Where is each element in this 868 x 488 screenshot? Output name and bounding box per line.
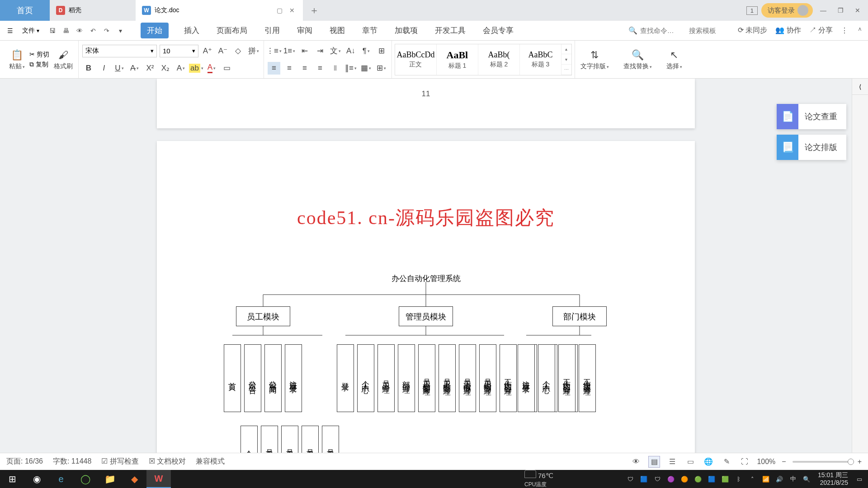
search-tpl-input[interactable] bbox=[689, 27, 730, 34]
sync-button[interactable]: ⟳ 未同步 bbox=[738, 26, 767, 35]
chevron-up-icon[interactable]: ˄ bbox=[747, 474, 757, 484]
annotate-icon[interactable]: ✎ bbox=[721, 456, 732, 468]
tab-icon[interactable]: ¶ bbox=[360, 45, 373, 57]
tray-icon[interactable]: 🟦 bbox=[639, 474, 649, 484]
new-tab-button[interactable]: ＋ bbox=[303, 4, 326, 17]
ribbon-tab[interactable]: 引用 bbox=[263, 23, 282, 38]
bluetooth-icon[interactable]: ᛒ bbox=[734, 474, 744, 484]
maximize-icon[interactable]: ❐ bbox=[834, 4, 847, 17]
tray-icon[interactable]: 🟣 bbox=[666, 474, 676, 484]
zoom-slider[interactable] bbox=[793, 461, 851, 463]
tray-icon[interactable]: 🛡 bbox=[652, 474, 662, 484]
superscript-button[interactable]: X² bbox=[144, 62, 156, 75]
tray-icon[interactable]: 🟩 bbox=[720, 474, 730, 484]
numbering-icon[interactable]: 1≡ bbox=[283, 45, 296, 57]
wps-icon[interactable]: W bbox=[146, 470, 171, 488]
size-select[interactable]: 10▾ bbox=[160, 45, 198, 57]
strike-button[interactable]: A̶ bbox=[128, 62, 141, 75]
tab-dk[interactable]: D 稻壳 bbox=[50, 0, 136, 21]
paste-button[interactable]: 📋粘贴 bbox=[7, 49, 27, 70]
search-cmd-input[interactable] bbox=[640, 27, 681, 34]
style-item[interactable]: AaBbC标题 3 bbox=[520, 44, 561, 75]
clear-format-icon[interactable]: ◇ bbox=[232, 45, 245, 57]
view-page-icon[interactable]: ▤ bbox=[648, 456, 660, 468]
print-icon[interactable]: 🖶 bbox=[61, 26, 71, 36]
qa-more-icon[interactable]: ▾ bbox=[115, 26, 125, 36]
text-layout-button[interactable]: ⇅文字排版 bbox=[579, 49, 611, 70]
shrink-font-icon[interactable]: A⁻ bbox=[217, 45, 229, 57]
ribbon-tab[interactable]: 插入 bbox=[182, 23, 201, 38]
border-button[interactable]: ⊞ bbox=[375, 62, 388, 75]
style-more-icon[interactable]: ⋯ bbox=[561, 65, 571, 75]
coop-button[interactable]: 👥 协作 bbox=[775, 26, 801, 35]
collapse-panel-icon[interactable]: ⟨ bbox=[852, 79, 868, 95]
app-icon[interactable]: ◆ bbox=[122, 470, 146, 488]
asian-layout-icon[interactable]: 文 bbox=[329, 45, 342, 57]
ie-icon[interactable]: e bbox=[49, 470, 73, 488]
bullets-icon[interactable]: ⋮≡ bbox=[268, 45, 280, 57]
eye-icon[interactable]: 👁 bbox=[630, 456, 642, 468]
tab-popout-icon[interactable]: ▢ bbox=[275, 6, 284, 15]
highlight-button[interactable]: ab bbox=[190, 62, 203, 75]
ribbon-tab[interactable]: 开始 bbox=[141, 23, 169, 38]
status-words[interactable]: 字数: 11448 bbox=[53, 457, 91, 466]
wifi-icon[interactable]: 📶 bbox=[761, 474, 771, 484]
zoom-in-button[interactable]: + bbox=[858, 458, 862, 466]
dec-indent-icon[interactable]: ⇤ bbox=[298, 45, 311, 57]
cut-button[interactable]: ✂ 剪切 bbox=[29, 51, 49, 59]
status-proof[interactable]: ☒ 文档校对 bbox=[149, 457, 186, 466]
font-color-button[interactable]: A bbox=[205, 62, 218, 75]
tab-close-icon[interactable]: ✕ bbox=[288, 6, 297, 15]
badge-count[interactable]: 1 bbox=[746, 6, 758, 15]
font-select[interactable]: 宋体▾ bbox=[82, 45, 157, 57]
underline-button[interactable]: U bbox=[113, 62, 126, 75]
show-marks-icon[interactable]: ⊞ bbox=[375, 45, 388, 57]
ime-icon[interactable]: 中 bbox=[788, 474, 798, 484]
search-command[interactable]: 🔍 bbox=[628, 26, 681, 35]
sort-icon[interactable]: A↓ bbox=[344, 45, 357, 57]
style-up-icon[interactable]: ▴ bbox=[561, 44, 571, 55]
view-outline-icon[interactable]: ☰ bbox=[666, 456, 678, 468]
italic-button[interactable]: I bbox=[98, 62, 110, 75]
ribbon-tab[interactable]: 审阅 bbox=[295, 23, 314, 38]
style-item[interactable]: AaBbCcDd正文 bbox=[395, 44, 437, 75]
ribbon-tab[interactable]: 视图 bbox=[328, 23, 347, 38]
subscript-button[interactable]: X₂ bbox=[159, 62, 172, 75]
align-right-button[interactable]: ≡ bbox=[298, 62, 311, 75]
paper-layout-card[interactable]: 📃论文排版 bbox=[777, 135, 846, 160]
grow-font-icon[interactable]: A⁺ bbox=[201, 45, 214, 57]
char-border-icon[interactable]: ▭ bbox=[221, 62, 233, 75]
tray-icon[interactable]: 🟦 bbox=[707, 474, 717, 484]
tray-icon[interactable]: 🟢 bbox=[693, 474, 703, 484]
ribbon-tab[interactable]: 加载项 bbox=[393, 23, 420, 38]
fit-icon[interactable]: ⛶ bbox=[739, 456, 750, 468]
zoom-value[interactable]: 100% bbox=[757, 458, 775, 466]
collapse-ribbon-icon[interactable]: ＾ bbox=[856, 26, 863, 35]
task-app-icon[interactable]: ◉ bbox=[24, 470, 49, 488]
zoom-out-button[interactable]: − bbox=[782, 458, 786, 466]
select-button[interactable]: ↖选择 bbox=[665, 49, 684, 70]
volume-icon[interactable]: 🔊 bbox=[774, 474, 784, 484]
shading-button[interactable]: ▦ bbox=[360, 62, 373, 75]
line-spacing-button[interactable]: ‖≡ bbox=[344, 62, 357, 75]
view-read-icon[interactable]: ▭ bbox=[684, 456, 696, 468]
more-icon[interactable]: ⋮ bbox=[841, 26, 848, 35]
file-menu[interactable]: 文件 ▾ bbox=[19, 25, 43, 37]
style-down-icon[interactable]: ▾ bbox=[561, 54, 571, 65]
tab-document[interactable]: W 论文.doc ▢ ✕ bbox=[136, 0, 303, 21]
clock[interactable]: 15:01 周三 2021/8/25 bbox=[815, 471, 851, 487]
inc-indent-icon[interactable]: ⇥ bbox=[314, 45, 326, 57]
explorer-icon[interactable]: 📁 bbox=[98, 470, 122, 488]
bold-button[interactable]: B bbox=[82, 62, 95, 75]
share-button[interactable]: ↗ 分享 bbox=[809, 26, 833, 35]
copy-button[interactable]: ⧉ 复制 bbox=[29, 61, 49, 69]
phonetic-icon[interactable]: 拼 bbox=[247, 45, 260, 57]
search-tray-icon[interactable]: 🔍 bbox=[802, 474, 811, 484]
search-template[interactable] bbox=[689, 27, 730, 34]
status-spell[interactable]: ☑ 拼写检查 bbox=[101, 457, 138, 466]
find-replace-button[interactable]: 🔍查找替换 bbox=[622, 49, 654, 70]
ribbon-tab[interactable]: 会员专享 bbox=[481, 23, 515, 38]
style-item[interactable]: AaBl标题 1 bbox=[437, 44, 478, 75]
login-button[interactable]: 访客登录 bbox=[761, 3, 813, 18]
align-center-button[interactable]: ≡ bbox=[283, 62, 296, 75]
